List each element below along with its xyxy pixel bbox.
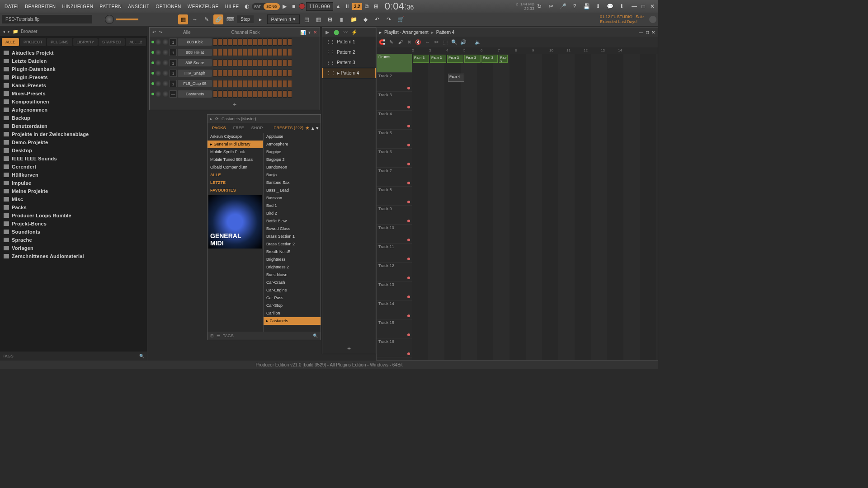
step-cell[interactable] [218, 90, 222, 98]
link-icon[interactable]: ⬤ [333, 29, 340, 35]
pattern-drag-icon[interactable]: ⋮⋮ [326, 50, 335, 55]
channel-led[interactable] [151, 41, 154, 43]
maximize-icon[interactable]: □ [639, 2, 647, 10]
step-cell[interactable] [223, 49, 227, 56]
step-cell[interactable] [263, 38, 267, 46]
view-mixer-icon[interactable]: ⫼ [337, 14, 347, 24]
track-rec-dot[interactable] [407, 277, 410, 279]
browser-tab-project[interactable]: PROJECT [20, 38, 46, 46]
zoom-icon[interactable]: 🔍 [451, 38, 458, 46]
step-cell[interactable] [268, 90, 272, 98]
select-icon[interactable]: ⬚ [442, 38, 449, 46]
help-icon[interactable]: ? [571, 2, 579, 10]
channel-led[interactable] [151, 82, 154, 85]
play-icon[interactable]: ▶ [324, 29, 330, 35]
save-icon[interactable]: 💾 [582, 2, 590, 10]
clip-pat3[interactable]: Pa.n 3 [464, 55, 481, 63]
close-icon[interactable]: ✕ [313, 30, 317, 35]
step-cell[interactable] [268, 80, 272, 87]
browser-item[interactable]: Impulse [0, 179, 147, 187]
channel-name[interactable]: Castanets [178, 90, 212, 98]
browser-item[interactable]: Projekt-Bones [0, 220, 147, 228]
snap-value[interactable]: 3.2 [352, 3, 362, 10]
browser-item[interactable]: Mixer-Presets [0, 89, 147, 98]
playlist-header[interactable]: ▸ Playlist - Arrangement ▸ Pattern 4 — □… [377, 28, 658, 37]
step-cell[interactable] [248, 49, 252, 56]
step-cell[interactable] [243, 49, 247, 56]
browser-item[interactable]: Backup [0, 114, 147, 122]
step-cell[interactable] [258, 90, 262, 98]
step-cell[interactable] [223, 70, 227, 77]
step-cell[interactable] [278, 80, 282, 87]
add-pattern-button[interactable]: + [322, 343, 376, 354]
delete-icon[interactable]: ✕ [406, 38, 413, 46]
step-cell[interactable] [278, 90, 282, 98]
playlist-pattern[interactable]: Pattern 4 [436, 30, 455, 35]
overdub-icon[interactable]: ⊞ [372, 2, 380, 10]
pattern-item[interactable]: ⋮⋮Pattern 2 [322, 47, 376, 57]
preset-list-column[interactable]: ApplauseAtmosphereBagpipeBagpipe 2Bandon… [264, 133, 321, 332]
view-playlist-icon[interactable]: ▤ [302, 14, 311, 24]
preset-item[interactable]: Bowed Glass [264, 225, 321, 233]
step-cell[interactable] [258, 70, 262, 77]
step-cell[interactable] [248, 38, 252, 46]
step-cell[interactable] [283, 80, 287, 87]
add-channel-button[interactable]: + [150, 99, 320, 110]
preset-tab-packs[interactable]: PACKS [209, 125, 229, 131]
step-cell[interactable] [213, 59, 217, 66]
step-cell[interactable] [268, 59, 272, 66]
paint-icon[interactable]: ✎ [202, 14, 212, 24]
step-cell[interactable] [243, 38, 247, 46]
browser-item[interactable]: Kanal-Presets [0, 81, 147, 89]
channel-name[interactable]: 808 Kick [178, 38, 212, 46]
filter-all[interactable]: Alle [183, 30, 191, 35]
pattern-drag-icon[interactable]: ⋮⋮ [326, 70, 335, 75]
playlist-track-header[interactable]: Track 13 [377, 282, 412, 300]
up-icon[interactable]: ▴ [311, 125, 314, 131]
step-cell[interactable] [218, 38, 222, 46]
step-cell[interactable] [213, 38, 217, 46]
step-cell[interactable] [263, 49, 267, 56]
pattern-item[interactable]: ⋮⋮▸ Pattern 4 [322, 68, 376, 78]
pencil-icon[interactable]: ✎ [387, 38, 395, 46]
step-cell[interactable] [253, 59, 257, 66]
preset-category[interactable]: FAVOURITES [208, 187, 263, 194]
step-cell[interactable] [288, 49, 292, 56]
clip-pat3[interactable]: Pa.n 3 [481, 55, 498, 63]
countdown-icon[interactable]: ⧉ [363, 2, 371, 10]
vol-knob[interactable] [162, 70, 169, 76]
step-cell[interactable] [218, 80, 222, 87]
preset-item[interactable]: Brightness 2 [264, 263, 321, 271]
preset-item[interactable]: Banjo [264, 171, 321, 179]
preset-item[interactable]: Baritone Sax [264, 179, 321, 187]
browser-item[interactable]: Producer Loops Rumble [0, 211, 147, 220]
step-cell[interactable] [263, 59, 267, 66]
step-cell[interactable] [248, 80, 252, 87]
step-cell[interactable] [283, 70, 287, 77]
preset-item[interactable]: Brass Section 1 [264, 233, 321, 240]
pan-knob[interactable] [155, 60, 161, 66]
pat-label[interactable]: PAT [252, 3, 264, 10]
brush-icon[interactable]: 🖌 [396, 38, 404, 46]
step-cell[interactable] [238, 70, 242, 77]
minimize-icon[interactable]: — [639, 30, 643, 35]
download-icon[interactable]: ⬇ [618, 2, 626, 10]
step-cell[interactable] [223, 38, 227, 46]
browser-item[interactable]: Hüllkurven [0, 171, 147, 179]
close-icon[interactable]: ✕ [648, 2, 656, 10]
star-icon[interactable]: ★ [305, 125, 310, 131]
step-cell[interactable] [268, 70, 272, 77]
playback-icon[interactable]: 🔊 [460, 38, 467, 46]
track-rec-dot[interactable] [407, 220, 410, 222]
redo-icon[interactable]: ↷ [384, 14, 394, 24]
tools-icon[interactable]: ✂ [547, 2, 555, 10]
playlist-track-header[interactable]: Track 6 [377, 149, 412, 168]
step-cell[interactable] [233, 59, 237, 66]
preset-packs-column[interactable]: Arksun Cityscape▸ General Midi LibraryMo… [208, 133, 264, 332]
metronome-icon[interactable]: ▲ [334, 2, 342, 10]
preset-item[interactable]: Car-Pass [264, 294, 321, 302]
step-cell[interactable] [233, 70, 237, 77]
pat-song-toggle[interactable]: PAT SONG [252, 3, 280, 10]
clip-pat4[interactable]: Pa.n 4 [448, 74, 464, 82]
track-rec-dot[interactable] [407, 352, 410, 355]
